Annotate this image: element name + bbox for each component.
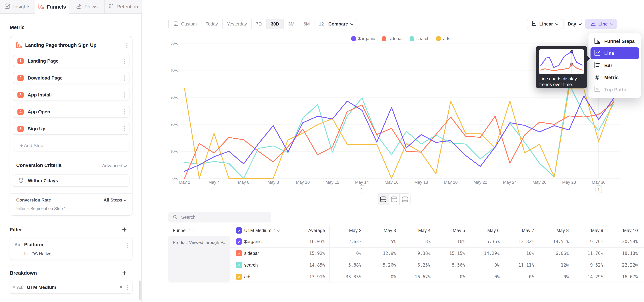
advanced-dropdown[interactable]: Advanced <box>102 163 126 168</box>
tab-retention[interactable]: Retention <box>105 0 141 14</box>
cell-value: 22.22% <box>606 260 638 271</box>
step-kebab-icon[interactable] <box>124 126 125 131</box>
interval-dropdown[interactable]: Day <box>564 19 586 29</box>
row-checkbox[interactable] <box>236 262 242 268</box>
menu-item-funnel-steps[interactable]: Funnel Steps <box>590 35 639 47</box>
row-checkbox[interactable] <box>236 238 242 244</box>
cell-value: 16.03% <box>293 236 325 247</box>
chart-type-dropdown[interactable]: Line <box>586 19 617 29</box>
range-yesterday[interactable]: Yesterday <box>222 19 252 29</box>
funnels-icon <box>38 3 44 10</box>
tab-funnels[interactable]: Funnels <box>35 0 69 14</box>
step-kebab-icon[interactable] <box>124 92 125 98</box>
add-breakdown-button[interactable] <box>122 270 127 276</box>
scale-dropdown[interactable]: Linear <box>527 19 562 29</box>
add-step-button[interactable]: + Add Step <box>13 140 130 152</box>
cell-value: 16.67% <box>606 271 638 282</box>
breakdown-card[interactable]: Aa UTM Medium <box>10 281 132 294</box>
add-filter-button[interactable] <box>122 227 127 233</box>
compare-button[interactable]: Compare <box>324 19 358 29</box>
range-label: Today <box>206 22 218 27</box>
line-icon <box>594 49 600 58</box>
cell-value: 9.38% <box>399 248 430 259</box>
funnel-step-row[interactable]: 5Sign Up <box>13 123 130 135</box>
menu-item-metric[interactable]: #Metric <box>590 72 639 84</box>
sidebar-scrollbar[interactable] <box>139 280 140 300</box>
row-checkbox[interactable] <box>236 274 242 280</box>
layout-toggle-group <box>378 193 410 205</box>
drag-handle-icon[interactable] <box>12 285 16 290</box>
range-label: 7D <box>256 22 262 27</box>
range-3m[interactable]: 3M <box>284 19 299 29</box>
cell-value: 0% <box>364 271 396 282</box>
chevron-down-icon <box>555 22 558 25</box>
funnel-kebab-icon[interactable] <box>126 43 128 48</box>
annotation-badge[interactable]: 1 <box>596 186 602 193</box>
cell-value: 0% <box>433 271 465 282</box>
range-label: 6M <box>304 22 310 27</box>
step-kebab-icon[interactable] <box>124 58 125 64</box>
column-header: May 10 <box>606 225 638 236</box>
layout-table-only-button[interactable] <box>400 194 410 205</box>
range-label: 3M <box>288 22 294 27</box>
remove-breakdown-icon[interactable] <box>118 284 124 290</box>
breakdown-kebab-icon[interactable] <box>127 285 128 290</box>
range-30d[interactable]: 30D <box>266 19 284 29</box>
cell-value: 12.9% <box>364 248 396 259</box>
funnel-cell[interactable]: Product Viewed through P... <box>168 236 230 282</box>
step-kebab-icon[interactable] <box>124 76 125 80</box>
conversion-window-label: Within 7 days <box>28 178 58 184</box>
menu-item-line[interactable]: Line <box>590 47 639 60</box>
funnel-column-dropdown[interactable]: Funnel 1 <box>173 225 195 236</box>
menu-item-bar[interactable]: Bar <box>590 60 639 72</box>
series-search <box>184 84 614 178</box>
breakdown-column-dropdown[interactable]: UTM Medium 4 <box>244 225 280 236</box>
tab-insights[interactable]: Insights <box>0 0 35 14</box>
step-kebab-icon[interactable] <box>124 110 125 114</box>
conversion-rate-dropdown[interactable]: All Steps <box>104 198 126 203</box>
menu-item-top-paths: Top Paths <box>590 84 639 96</box>
funnel-step-row[interactable]: 4App Open <box>13 106 130 118</box>
range-custom[interactable]: Custom <box>169 19 202 29</box>
column-header: May 6 <box>468 225 500 236</box>
search-input[interactable] <box>181 214 267 220</box>
menu-item-label: Funnel Steps <box>604 38 635 44</box>
x-tick-label: May 18 <box>414 180 428 184</box>
range-label: 30D <box>271 22 279 27</box>
table-row: sidebar15.92%0%12.9%9.38%15.15%14.29%10%… <box>168 248 644 260</box>
filter-card[interactable]: Aa Platform Is iOS Native <box>10 238 132 260</box>
conversion-window-button[interactable]: Within 7 days <box>13 174 130 187</box>
x-tick-label: May 14 <box>355 180 369 184</box>
step-label: App Install <box>28 92 52 98</box>
select-all-checkbox[interactable] <box>236 227 242 234</box>
cell-value: 5.56% <box>433 260 465 271</box>
filter-heading: Filter <box>10 227 22 232</box>
filter-kebab-icon[interactable] <box>127 242 128 248</box>
funnel-step-row[interactable]: 2Download Page <box>13 72 130 84</box>
range-7d[interactable]: 7D <box>252 19 266 29</box>
layout-split-button[interactable] <box>378 194 389 205</box>
layout-chart-only-button[interactable] <box>389 194 400 205</box>
row-checkbox[interactable] <box>236 250 242 256</box>
retention-icon <box>108 3 114 10</box>
y-tick-label: 50% <box>171 41 178 46</box>
x-tick-label: May 10 <box>296 180 310 184</box>
funnel-step-row[interactable]: 1Landing Page <box>13 55 130 67</box>
clock-icon <box>18 177 24 184</box>
cell-value: 5.36% <box>468 236 500 247</box>
x-tick-label: May 20 <box>444 180 458 184</box>
step-number-badge: 4 <box>18 109 24 115</box>
filter-segment-dropdown[interactable]: Filter + Segment on Step 1 <box>16 206 70 211</box>
linear-scale-icon <box>531 21 537 28</box>
table-row: ads13.91%33.33%0%16.67%0%0%0%0%14.29%16.… <box>168 271 644 283</box>
annotation-badge[interactable]: 1 <box>359 186 365 193</box>
filter-value[interactable]: iOS Native <box>30 251 51 256</box>
y-tick-label: 10% <box>171 149 178 154</box>
calendar-icon <box>173 21 179 28</box>
range-6m[interactable]: 6M <box>299 19 314 29</box>
range-today[interactable]: Today <box>202 19 222 29</box>
chevron-down-icon <box>277 229 280 232</box>
cell-value: 14.29% <box>572 271 603 282</box>
tab-flows[interactable]: Flows <box>69 0 105 14</box>
funnel-step-row[interactable]: 3App Install <box>13 89 130 101</box>
